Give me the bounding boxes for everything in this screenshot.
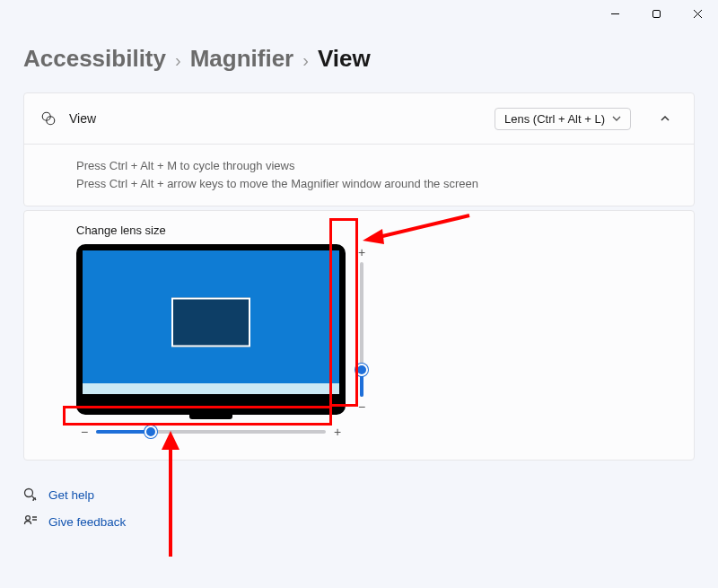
lens-width-slider[interactable]: − + bbox=[76, 424, 346, 440]
view-mode-selected: Lens (Ctrl + Alt + L) bbox=[504, 112, 605, 126]
lens-height-track[interactable] bbox=[360, 262, 363, 397]
lens-width-track[interactable] bbox=[96, 430, 326, 434]
lens-height-increase[interactable]: + bbox=[354, 244, 370, 260]
view-card-title: View bbox=[69, 111, 482, 126]
view-icon bbox=[40, 110, 57, 127]
close-button[interactable] bbox=[677, 0, 718, 27]
lens-width-thumb[interactable] bbox=[144, 426, 157, 438]
svg-rect-1 bbox=[652, 10, 660, 17]
lens-size-title: Change lens size bbox=[76, 224, 678, 237]
svg-point-6 bbox=[25, 489, 33, 497]
give-feedback-link[interactable]: Give feedback bbox=[48, 515, 126, 529]
lens-height-slider[interactable]: + − bbox=[353, 244, 371, 415]
breadcrumb-current: View bbox=[318, 45, 371, 73]
breadcrumb-sep: › bbox=[302, 50, 309, 71]
restore-button[interactable] bbox=[635, 0, 677, 27]
view-mode-dropdown[interactable]: Lens (Ctrl + Alt + L) bbox=[495, 108, 631, 130]
view-hint-2: Press Ctrl + Alt + arrow keys to move th… bbox=[76, 175, 678, 193]
help-icon bbox=[23, 487, 38, 502]
minimize-button[interactable] bbox=[594, 0, 635, 27]
chevron-up-icon bbox=[660, 113, 670, 124]
breadcrumb-magnifier[interactable]: Magnifier bbox=[190, 45, 294, 73]
view-card: View Lens (Ctrl + Alt + L) Press Ctrl + … bbox=[23, 92, 695, 206]
lens-height-decrease[interactable]: − bbox=[354, 399, 370, 415]
lens-height-thumb[interactable] bbox=[355, 364, 368, 376]
collapse-button[interactable] bbox=[652, 106, 678, 131]
lens-width-increase[interactable]: + bbox=[329, 424, 346, 440]
view-hint-1: Press Ctrl + Alt + M to cycle through vi… bbox=[76, 157, 678, 175]
lens-preview-screen bbox=[83, 250, 339, 394]
footer-links: Get help Give feedback bbox=[23, 487, 695, 529]
lens-preview-rect bbox=[171, 298, 250, 347]
lens-preview-monitor bbox=[76, 244, 346, 415]
lens-width-decrease[interactable]: − bbox=[76, 424, 92, 440]
breadcrumb: Accessibility › Magnifier › View bbox=[23, 45, 695, 73]
lens-preview-taskbar bbox=[83, 383, 339, 394]
get-help-link[interactable]: Get help bbox=[48, 488, 94, 502]
lens-size-card: Change lens size + − − bbox=[23, 210, 695, 461]
svg-point-7 bbox=[26, 516, 31, 521]
breadcrumb-accessibility[interactable]: Accessibility bbox=[23, 45, 166, 73]
feedback-icon bbox=[23, 514, 38, 529]
breadcrumb-sep: › bbox=[175, 50, 181, 71]
chevron-down-icon bbox=[612, 114, 621, 123]
